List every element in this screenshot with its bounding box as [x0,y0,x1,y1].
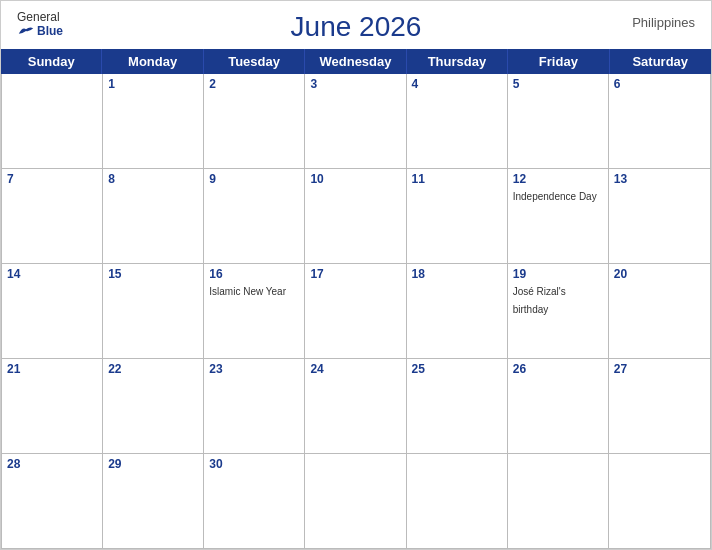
day-cell: 9 [204,169,305,263]
day-number: 23 [209,362,299,376]
day-number: 27 [614,362,705,376]
dow-thursday: Thursday [407,49,508,74]
day-number: 12 [513,172,603,186]
day-cell: 24 [305,359,406,453]
day-number: 11 [412,172,502,186]
day-cell: 5 [508,74,609,168]
day-cell: 28 [2,454,103,548]
dow-friday: Friday [508,49,609,74]
day-cell: 3 [305,74,406,168]
day-cell [407,454,508,548]
month-title: June 2026 [291,11,422,43]
day-cell: 17 [305,264,406,358]
day-number: 25 [412,362,502,376]
logo-general-text: General [17,11,60,24]
day-cell: 11 [407,169,508,263]
day-number: 9 [209,172,299,186]
day-number: 10 [310,172,400,186]
day-cell [508,454,609,548]
country-label: Philippines [632,15,695,30]
day-cell: 29 [103,454,204,548]
logo-blue-text: Blue [17,24,63,38]
day-number: 22 [108,362,198,376]
day-cell: 2 [204,74,305,168]
day-headers: Sunday Monday Tuesday Wednesday Thursday… [1,49,711,74]
day-cell: 26 [508,359,609,453]
day-cell: 7 [2,169,103,263]
week-row-5: 282930 [2,454,710,548]
day-number: 26 [513,362,603,376]
week-row-4: 21222324252627 [2,359,710,454]
week-row-3: 141516Islamic New Year171819José Rizal's… [2,264,710,359]
day-cell: 13 [609,169,710,263]
day-number: 29 [108,457,198,471]
calendar: General Blue June 2026 Philippines Sunda… [0,0,712,550]
day-cell: 23 [204,359,305,453]
day-cell: 10 [305,169,406,263]
day-cell: 25 [407,359,508,453]
day-number: 3 [310,77,400,91]
day-cell: 18 [407,264,508,358]
day-cell: 22 [103,359,204,453]
day-number: 18 [412,267,502,281]
day-number: 6 [614,77,705,91]
calendar-header: General Blue June 2026 Philippines [1,1,711,49]
day-cell: 12Independence Day [508,169,609,263]
day-number: 30 [209,457,299,471]
day-number: 28 [7,457,97,471]
dow-tuesday: Tuesday [204,49,305,74]
event-label: Islamic New Year [209,286,286,297]
day-cell: 14 [2,264,103,358]
logo: General Blue [17,11,63,38]
day-number: 4 [412,77,502,91]
event-label: José Rizal's birthday [513,286,566,315]
logo-bird-icon [17,24,35,38]
dow-sunday: Sunday [1,49,102,74]
day-number: 16 [209,267,299,281]
day-cell: 8 [103,169,204,263]
day-number: 24 [310,362,400,376]
dow-saturday: Saturday [610,49,711,74]
day-cell: 15 [103,264,204,358]
day-cell [2,74,103,168]
day-cell: 16Islamic New Year [204,264,305,358]
day-cell [305,454,406,548]
day-cell: 21 [2,359,103,453]
week-row-2: 789101112Independence Day13 [2,169,710,264]
day-cell [609,454,710,548]
day-cell: 6 [609,74,710,168]
day-number: 8 [108,172,198,186]
day-number: 1 [108,77,198,91]
event-label: Independence Day [513,191,597,202]
dow-monday: Monday [102,49,203,74]
day-number: 14 [7,267,97,281]
dow-wednesday: Wednesday [305,49,406,74]
day-cell: 20 [609,264,710,358]
day-number: 5 [513,77,603,91]
day-number: 13 [614,172,705,186]
day-cell: 1 [103,74,204,168]
day-number: 19 [513,267,603,281]
day-number: 7 [7,172,97,186]
day-number: 21 [7,362,97,376]
day-number: 15 [108,267,198,281]
calendar-body: 123456789101112Independence Day13141516I… [1,74,711,549]
day-number: 20 [614,267,705,281]
week-row-1: 123456 [2,74,710,169]
day-number: 17 [310,267,400,281]
day-cell: 19José Rizal's birthday [508,264,609,358]
day-cell: 4 [407,74,508,168]
day-cell: 30 [204,454,305,548]
day-cell: 27 [609,359,710,453]
day-number: 2 [209,77,299,91]
